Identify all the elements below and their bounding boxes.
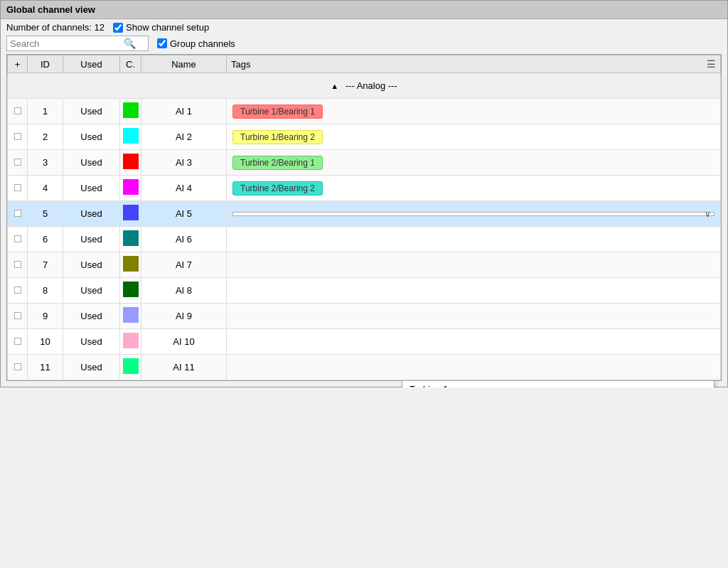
color-swatch-block [123, 154, 139, 169]
header-c: C. [120, 55, 141, 73]
row-name: AI 7 [141, 252, 227, 278]
row-tags-cell[interactable]: Turbine 2/Bearing 1 [227, 150, 721, 176]
group-channels-label: Group channels [170, 38, 235, 49]
row-used: Used [63, 176, 120, 201]
tag-pill[interactable]: Turbine 1/Bearing 2 [232, 130, 323, 144]
header-used: Used [63, 55, 120, 73]
row-color-swatch[interactable] [120, 150, 141, 176]
group-channels-checkbox[interactable] [157, 38, 167, 48]
row-tags-cell[interactable]: Turbine 1/Bearing 2 [227, 124, 721, 150]
row-name: AI 2 [141, 124, 227, 150]
tag-pill[interactable]: Turbine 2/Bearing 1 [232, 156, 323, 170]
row-color-swatch[interactable] [120, 304, 141, 329]
row-color-swatch[interactable] [120, 227, 141, 252]
tag-dropdown-popup[interactable]: Turbine 1Turbine 1/Bearing 1Turbine 1/Be… [402, 380, 714, 387]
row-name: AI 1 [141, 99, 227, 124]
group-header-analog[interactable]: ▲ --- Analog --- [8, 73, 721, 99]
row-checkbox-cell [8, 252, 28, 278]
row-checkbox[interactable] [14, 210, 21, 217]
row-tags-cell[interactable]: Turbine 2/Bearing 2 [227, 176, 721, 201]
tags-settings-icon[interactable]: ☰ [707, 58, 716, 70]
toolbar: Number of channels: 12 Show channel setu… [1, 19, 727, 54]
row-used: Used [63, 150, 120, 176]
row-color-swatch[interactable] [120, 355, 141, 380]
row-id: 7 [28, 252, 63, 278]
row-used: Used [63, 252, 120, 278]
group-channels-checkbox-label[interactable]: Group channels [157, 38, 235, 49]
table-row[interactable]: 7UsedAI 7 [8, 252, 721, 278]
channel-table: + ID Used C. Name Tags ☰ [7, 55, 721, 380]
table-row[interactable]: 3UsedAI 3Turbine 2/Bearing 1 [8, 150, 721, 176]
color-swatch-block [123, 256, 139, 272]
row-id: 5 [28, 201, 63, 227]
channel-count-label: Number of channels: 12 [6, 22, 105, 33]
row-checkbox[interactable] [14, 159, 21, 166]
search-input[interactable] [10, 38, 124, 49]
show-channel-setup-checkbox[interactable] [113, 23, 123, 33]
row-color-swatch[interactable] [120, 278, 141, 304]
row-checkbox[interactable] [14, 338, 21, 345]
row-tags-cell[interactable] [227, 252, 721, 278]
row-tags-cell[interactable]: Turbine 1/Bearing 1 [227, 99, 721, 124]
row-checkbox[interactable] [14, 107, 21, 114]
row-checkbox-cell [8, 329, 28, 355]
row-checkbox-cell [8, 227, 28, 252]
table-row[interactable]: 11UsedAI 11 [8, 355, 721, 380]
row-checkbox[interactable] [14, 363, 21, 370]
dropdown-input[interactable]: ∨ [232, 212, 714, 216]
row-checkbox[interactable] [14, 261, 21, 268]
table-row[interactable]: 6UsedAI 6 [8, 227, 721, 252]
row-color-swatch[interactable] [120, 252, 141, 278]
table-row[interactable]: 9UsedAI 9 [8, 304, 721, 329]
table-row[interactable]: 5UsedAI 5 ∨ [8, 201, 721, 227]
row-tags-cell[interactable] [227, 355, 721, 380]
table-container: + ID Used C. Name Tags ☰ [6, 54, 722, 381]
row-checkbox-cell [8, 278, 28, 304]
search-icon: 🔍 [124, 38, 136, 49]
row-used: Used [63, 201, 120, 227]
show-channel-setup-label: Show channel setup [126, 22, 209, 33]
row-tags-cell[interactable] [227, 329, 721, 355]
show-channel-setup-checkbox-label[interactable]: Show channel setup [113, 22, 209, 33]
row-checkbox-cell [8, 304, 28, 329]
header-plus[interactable]: + [8, 55, 28, 73]
row-id: 3 [28, 150, 63, 176]
row-color-swatch[interactable] [120, 329, 141, 355]
title-bar: Global channel view [1, 1, 727, 19]
row-checkbox-cell [8, 201, 28, 227]
row-checkbox-cell [8, 124, 28, 150]
row-color-swatch[interactable] [120, 176, 141, 201]
row-color-swatch[interactable] [120, 99, 141, 124]
row-used: Used [63, 227, 120, 252]
row-tags-cell[interactable] [227, 227, 721, 252]
group-collapse-icon[interactable]: ▲ [331, 82, 338, 90]
table-body: ▲ --- Analog --- 1UsedAI 1Turbine 1/Bear… [8, 73, 721, 380]
header-name: Name [141, 55, 227, 73]
table-row[interactable]: 10UsedAI 10 [8, 329, 721, 355]
row-used: Used [63, 278, 120, 304]
row-color-swatch[interactable] [120, 124, 141, 150]
row-tags-cell[interactable] [227, 304, 721, 329]
tag-pill[interactable]: Turbine 1/Bearing 1 [232, 105, 323, 119]
row-id: 1 [28, 99, 63, 124]
row-name: AI 6 [141, 227, 227, 252]
row-tags-cell[interactable] [227, 278, 721, 304]
row-checkbox[interactable] [14, 286, 21, 294]
tag-pill[interactable]: Turbine 2/Bearing 2 [232, 181, 323, 195]
row-id: 9 [28, 304, 63, 329]
table-row[interactable]: 1UsedAI 1Turbine 1/Bearing 1 [8, 99, 721, 124]
row-color-swatch[interactable] [120, 201, 141, 227]
row-checkbox[interactable] [14, 133, 21, 140]
table-row[interactable]: 8UsedAI 8 [8, 278, 721, 304]
row-tags-cell[interactable]: ∨ [227, 201, 721, 227]
row-checkbox[interactable] [14, 235, 21, 242]
dropdown-item[interactable]: Turbine 1 [402, 381, 714, 387]
search-box[interactable]: 🔍 [6, 36, 149, 51]
table-row[interactable]: 2UsedAI 2Turbine 1/Bearing 2 [8, 124, 721, 150]
row-id: 4 [28, 176, 63, 201]
row-used: Used [63, 99, 120, 124]
row-checkbox[interactable] [14, 312, 21, 319]
table-row[interactable]: 4UsedAI 4Turbine 2/Bearing 2 [8, 176, 721, 201]
row-id: 11 [28, 355, 63, 380]
row-checkbox[interactable] [14, 184, 21, 191]
